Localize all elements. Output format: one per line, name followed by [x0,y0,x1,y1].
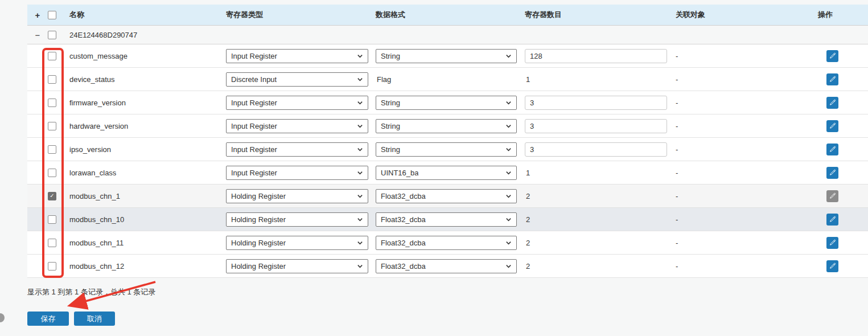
register-name: firmware_version [69,99,126,107]
related-object-value: - [676,75,678,84]
chevron-down-icon [505,100,512,106]
row-checkbox[interactable] [48,262,56,271]
register-name: modbus_chn_1 [69,192,120,200]
edit-button[interactable] [826,167,838,179]
data-format-select[interactable]: String [376,49,517,63]
related-object-value: - [676,215,678,224]
pencil-icon [829,76,836,83]
register-type-select[interactable]: Holding Register [226,236,368,250]
row-checkbox[interactable] [48,75,56,84]
edit-button[interactable] [826,260,838,272]
related-object-value: - [676,192,678,200]
data-format-select-value: Float32_dcba [381,262,426,271]
table-row: modbus_chn_11Holding RegisterFloat32_dcb… [27,231,868,255]
register-count-value: 1 [525,169,530,177]
row-checkbox[interactable] [48,215,56,224]
chevron-down-icon [357,76,363,83]
register-name: ipso_version [69,145,111,154]
register-type-select[interactable]: Holding Register [226,259,368,273]
pencil-icon [829,146,836,153]
table-row: modbus_chn_10Holding RegisterFloat32_dcb… [27,208,868,231]
data-format-select[interactable]: Float32_dcba [376,212,517,227]
register-type-select-value: Holding Register [231,192,286,200]
edit-button[interactable] [826,73,838,85]
data-format-select-value: Float32_dcba [381,192,426,200]
data-format-select[interactable]: Float32_dcba [376,236,517,250]
data-format-select[interactable]: UINT16_ba [376,166,517,180]
register-type-select[interactable]: Input Register [226,49,368,63]
pencil-icon [829,192,836,199]
register-type-select[interactable]: Input Register [226,119,368,133]
chevron-down-icon [505,216,512,223]
register-type-select-value: Input Register [231,52,277,60]
registers-table: + 名称 寄存器类型 数据格式 寄存器数目 关联对象 操作 − 24E12446… [27,5,868,278]
group-row: − 24E124468D290747 [27,26,868,44]
data-format-select-value: String [381,145,400,154]
table-row: device_statusDiscrete InputFlag1- [27,68,868,91]
register-type-select-value: Holding Register [231,239,286,247]
register-type-select-value: Discrete Input [231,75,277,84]
collapse-group-button[interactable]: − [35,31,40,39]
register-count-input[interactable] [525,49,667,63]
related-object-value: - [676,169,678,177]
register-type-select[interactable]: Holding Register [226,212,368,227]
data-format-select-value: Float32_dcba [381,215,426,224]
edit-button[interactable] [826,237,838,249]
data-format-select[interactable]: String [376,142,517,157]
page-dot [0,313,5,322]
data-format-select[interactable]: String [376,119,517,133]
chevron-down-icon [357,170,363,176]
table-header: + 名称 寄存器类型 数据格式 寄存器数目 关联对象 操作 [27,5,868,26]
related-object-value: - [676,239,678,247]
edit-button[interactable] [826,50,838,62]
records-summary: 显示第 1 到第 1 条记录，总共 1 条记录 [27,287,155,297]
register-type-select[interactable]: Holding Register [226,189,368,203]
register-name: device_status [69,75,115,84]
col-header-reg-count: 寄存器数目 [525,10,562,20]
data-format-select[interactable]: Float32_dcba [376,259,517,273]
chevron-down-icon [505,123,512,129]
pencil-icon [829,52,836,59]
edit-button[interactable] [826,214,838,226]
expand-all-button[interactable]: + [35,11,40,19]
group-label: 24E124468D290747 [69,31,137,39]
register-type-select-value: Holding Register [231,215,286,224]
edit-button[interactable] [826,144,838,155]
table-row: lorawan_classInput RegisterUINT16_ba1- [27,161,868,185]
register-type-select[interactable]: Input Register [226,166,368,180]
register-type-select[interactable]: Input Register [226,142,368,157]
chevron-down-icon [505,263,512,269]
group-checkbox[interactable] [48,31,56,39]
register-name: custom_message [69,52,127,60]
chevron-down-icon [505,170,512,176]
pencil-icon [829,169,836,176]
pencil-icon [829,239,836,246]
register-count-input[interactable] [525,142,667,157]
row-checkbox[interactable] [48,192,56,200]
register-count-input[interactable] [525,119,667,133]
row-checkbox[interactable] [48,145,56,154]
row-checkbox[interactable] [48,239,56,247]
chevron-down-icon [505,53,512,59]
edit-button[interactable] [826,120,838,132]
register-type-select[interactable]: Discrete Input [226,72,368,87]
save-button[interactable]: 保存 [27,312,69,326]
cancel-button[interactable]: 取消 [74,312,115,326]
row-checkbox[interactable] [48,122,56,130]
register-name: modbus_chn_10 [69,215,124,224]
row-checkbox[interactable] [48,169,56,177]
chevron-down-icon [505,146,512,153]
chevron-down-icon [505,240,512,246]
data-format-select[interactable]: String [376,96,517,110]
data-format-select[interactable]: Float32_dcba [376,189,517,203]
row-checkbox[interactable] [48,99,56,107]
register-count-value: 2 [525,239,530,247]
table-row: modbus_chn_1Holding RegisterFloat32_dcba… [27,185,868,208]
register-type-select[interactable]: Input Register [226,96,368,110]
table-row: modbus_chn_12Holding RegisterFloat32_dcb… [27,255,868,278]
register-count-input[interactable] [525,96,667,110]
select-all-checkbox[interactable] [48,11,56,19]
pencil-icon [829,122,836,129]
row-checkbox[interactable] [48,52,56,60]
edit-button[interactable] [826,97,838,109]
